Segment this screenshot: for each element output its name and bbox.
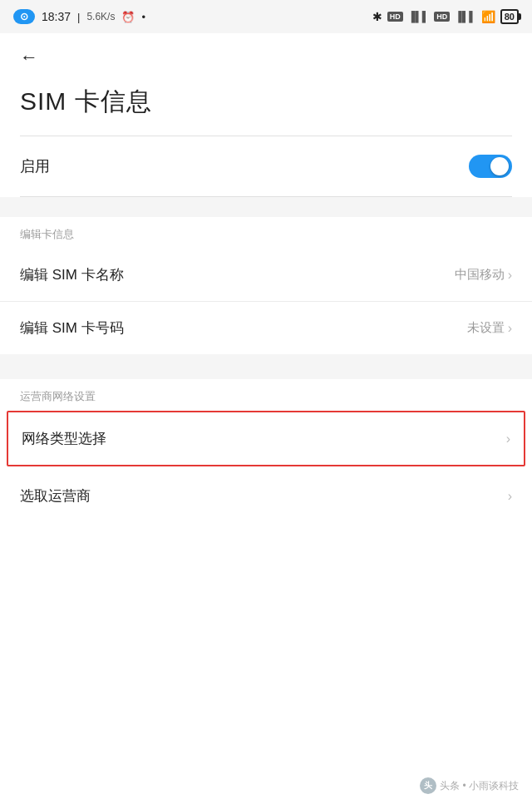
- chevron-icon-2: ›: [508, 321, 512, 336]
- select-carrier-label: 选取运营商: [20, 486, 91, 506]
- edit-sim-name-label: 编辑 SIM 卡名称: [20, 265, 124, 284]
- toggle-row: 启用: [20, 136, 512, 196]
- watermark-avatar: 头: [420, 777, 436, 794]
- status-speed: 5.6K/s: [86, 11, 115, 22]
- network-type-highlighted-wrapper: 网络类型选择 ›: [7, 411, 525, 466]
- back-button[interactable]: ←: [20, 47, 38, 68]
- edit-section-label: 编辑卡信息: [0, 217, 532, 249]
- status-bar: ⊙ 18:37 | 5.6K/s ⏰ • ✱ HD ▐▌▌ HD ▐▌▌ 📶 8…: [0, 0, 532, 33]
- network-section-list: 网络类型选择 › 选取运营商 ›: [0, 411, 532, 522]
- hd-badge-1: HD: [387, 12, 403, 22]
- watermark-text: 头条 • 小雨谈科技: [440, 779, 519, 793]
- select-carrier-right: ›: [508, 489, 512, 504]
- signal-bars-1: ▐▌▌: [408, 11, 430, 22]
- status-time: 18:37: [42, 10, 71, 23]
- hd-badge-2: HD: [434, 12, 450, 22]
- chevron-icon-4: ›: [508, 489, 512, 504]
- network-section-label: 运营商网络设置: [0, 379, 532, 411]
- network-type-item[interactable]: 网络类型选择 ›: [8, 412, 524, 465]
- edit-sim-name-value: 中国移动: [455, 267, 505, 283]
- signal-bars-2: ▐▌▌: [455, 11, 476, 22]
- toggle-label: 启用: [20, 156, 50, 176]
- dot: •: [141, 11, 145, 23]
- nav-bar: ←: [0, 33, 532, 75]
- enable-toggle[interactable]: [469, 155, 512, 178]
- location-icon: ⊙: [13, 9, 35, 24]
- edit-section-list: 编辑 SIM 卡名称 中国移动 › 编辑 SIM 卡号码 未设置 ›: [0, 249, 532, 354]
- wifi-icon: 📶: [481, 10, 495, 23]
- status-right: ✱ HD ▐▌▌ HD ▐▌▌ 📶 80: [372, 9, 519, 24]
- edit-sim-number-item[interactable]: 编辑 SIM 卡号码 未设置 ›: [0, 302, 532, 354]
- network-type-right: ›: [506, 432, 510, 446]
- separator: |: [77, 11, 80, 23]
- bluetooth-icon: ✱: [372, 10, 382, 23]
- chevron-icon-3: ›: [506, 432, 510, 446]
- section-gap-1: [0, 197, 532, 217]
- select-carrier-item[interactable]: 选取运营商 ›: [0, 470, 532, 522]
- edit-sim-number-value: 未设置: [467, 320, 505, 336]
- chevron-icon-1: ›: [508, 268, 512, 283]
- main-content: ← SIM 卡信息 启用 编辑卡信息 编辑 SIM 卡名称 中国移动 › 编辑 …: [0, 33, 532, 804]
- network-type-label: 网络类型选择: [22, 429, 106, 448]
- watermark: 头 头条 • 小雨谈科技: [420, 777, 519, 794]
- section-gap-2: [0, 354, 532, 379]
- battery-indicator: 80: [500, 9, 519, 24]
- edit-sim-number-right: 未设置 ›: [467, 320, 512, 336]
- edit-sim-name-item[interactable]: 编辑 SIM 卡名称 中国移动 ›: [0, 249, 532, 302]
- alarm-icon: ⏰: [121, 11, 135, 23]
- page-title: SIM 卡信息: [20, 85, 512, 119]
- toggle-section: 启用: [0, 136, 532, 196]
- battery-level: 80: [505, 12, 515, 22]
- status-left: ⊙ 18:37 | 5.6K/s ⏰ •: [13, 9, 145, 24]
- edit-sim-number-label: 编辑 SIM 卡号码: [20, 318, 124, 338]
- edit-sim-name-right: 中国移动 ›: [455, 267, 512, 283]
- page-title-section: SIM 卡信息: [0, 75, 532, 136]
